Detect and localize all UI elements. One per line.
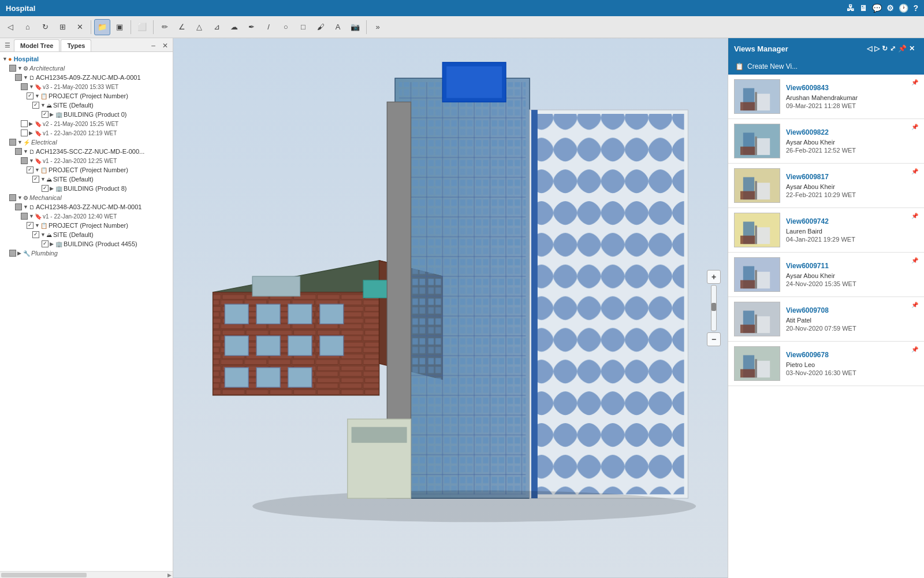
view-item-View6009742[interactable]: View6009742Lauren Baird04-Jan-2021 19:29… <box>728 208 924 253</box>
refresh-button[interactable]: ↻ <box>37 19 53 35</box>
view-item-View6009711[interactable]: View6009711Aysar Abou Kheir24-Nov-2020 1… <box>728 253 924 297</box>
tree-item-v2-arch[interactable]: ▶ 🔖 v2 - 21-May-2020 15:25 WET <box>0 119 173 128</box>
angle-button[interactable]: ∠ <box>174 19 190 35</box>
panel-icon[interactable]: ☰ <box>2 39 13 51</box>
text-button[interactable]: A <box>330 19 346 35</box>
network-icon[interactable]: 🖧 <box>847 3 855 13</box>
tree-checkbox-v2-arch[interactable] <box>21 120 28 127</box>
view-name-View6009708[interactable]: View6009708 <box>786 306 906 314</box>
folder-button[interactable]: 📁 <box>94 19 110 35</box>
views-back-icon[interactable]: ◁ <box>867 45 872 53</box>
tree-item-building-arch[interactable]: ▶ 🏢 BUILDING (Product 0) <box>0 110 173 119</box>
view-name-View6009711[interactable]: View6009711 <box>786 262 906 270</box>
tree-expand-site-elec[interactable]: ▼ <box>40 176 45 182</box>
tree-item-mechanical[interactable]: ▼ ⚙ Mechanical <box>0 193 173 202</box>
tree-expand-building-arch[interactable]: ▶ <box>50 112 54 117</box>
rect-button[interactable]: □ <box>295 19 311 35</box>
line-button[interactable]: / <box>260 19 277 35</box>
tree-expand-ach-arch[interactable]: ▼ <box>23 75 28 80</box>
view-pin-View6009678[interactable]: 📌 <box>911 346 918 353</box>
tree-expand-building-mech[interactable]: ▶ <box>50 241 54 247</box>
tree-expand-v3[interactable]: ▼ <box>29 84 33 90</box>
view-pin-View6009843[interactable]: 📌 <box>911 79 918 86</box>
tree-item-architectural[interactable]: ▼ ⚙ Architectural <box>0 64 173 73</box>
tree-expand-mech[interactable]: ▼ <box>17 195 22 201</box>
pen-button[interactable]: ✒ <box>243 19 259 35</box>
tree-item-project-elec[interactable]: ▼ 📋 PROJECT (Project Number) <box>0 165 173 175</box>
view-pin-View6009708[interactable]: 📌 <box>911 302 918 308</box>
triangle-button[interactable]: △ <box>191 19 207 35</box>
pencil-button[interactable]: ✏ <box>157 19 173 35</box>
tree-checkbox-v1-elec[interactable] <box>21 157 28 164</box>
tree-item-building-elec[interactable]: ▶ 🏢 BUILDING (Product 8) <box>0 184 173 193</box>
measure-button[interactable]: ⊿ <box>208 19 225 35</box>
tree-item-plumbing[interactable]: ▶ 🔧 Plumbing <box>0 249 173 258</box>
brush-button[interactable]: 🖌 <box>312 19 329 35</box>
settings-icon[interactable]: ⚙ <box>886 3 894 13</box>
tree-checkbox-v1-arch[interactable] <box>21 129 28 136</box>
tree-checkbox-project-elec[interactable] <box>27 166 33 173</box>
chat-icon[interactable]: 💬 <box>872 3 882 13</box>
tree-checkbox-site-elec[interactable] <box>32 176 39 183</box>
tree-item-ach-arch[interactable]: ▼ 🗋 ACH12345-A09-ZZ-NUC-MD-A-0001 <box>0 73 173 82</box>
tree-item-v1-elec[interactable]: ▼ 🔖 v1 - 22-Jan-2020 12:25 WET <box>0 156 173 165</box>
panel-close-button[interactable]: ✕ <box>160 40 170 51</box>
tree-checkbox-ach-mech[interactable] <box>15 203 22 210</box>
tree-checkbox-arch[interactable] <box>9 65 16 72</box>
tree-item-hospital[interactable]: ▼ ● Hospital <box>0 54 173 64</box>
tree-item-ach-mech[interactable]: ▼ 🗋 ACH12348-A03-ZZ-NUC-MD-M-0001 <box>0 202 173 212</box>
view-item-View6009708[interactable]: View6009708Atit Patel20-Nov-2020 07:59 W… <box>728 297 924 342</box>
tree-checkbox-building-arch[interactable] <box>42 111 49 118</box>
tree-expand-icon[interactable]: ▼ <box>2 56 7 62</box>
tree-checkbox-building-mech[interactable] <box>42 240 49 247</box>
tree-expand-plumb[interactable]: ▶ <box>17 250 22 256</box>
tree-checkbox-plumb[interactable] <box>9 250 16 257</box>
tree-item-site-mech[interactable]: ▼ ⛰ SITE (Default) <box>0 230 173 239</box>
tree-checkbox-site-arch[interactable] <box>32 102 39 109</box>
home-button[interactable]: ⌂ <box>20 19 36 35</box>
tree-expand-site-arch[interactable]: ▼ <box>40 102 45 108</box>
tab-types[interactable]: Types <box>61 39 91 51</box>
circle-button[interactable]: ○ <box>278 19 294 35</box>
tree-expand-ach-elec[interactable]: ▼ <box>23 149 28 154</box>
tree-checkbox-v1-mech[interactable] <box>21 213 28 220</box>
view-name-View6009843[interactable]: View6009843 <box>786 84 906 92</box>
views-resize-icon[interactable]: ⤢ <box>890 45 896 53</box>
tree-item-project-arch[interactable]: ▼ 📋 PROJECT (Project Number) <box>0 91 173 101</box>
zoom-slider[interactable] <box>711 285 717 331</box>
hierarchy-button[interactable]: ⊞ <box>54 19 70 35</box>
tree-expand-v2[interactable]: ▶ <box>29 121 33 127</box>
zoom-out-button[interactable]: − <box>707 332 721 346</box>
tree-expand-project-elec[interactable]: ▼ <box>35 167 39 173</box>
tree-item-site-arch[interactable]: ▼ ⛰ SITE (Default) <box>0 101 173 110</box>
tree-expand-building-elec[interactable]: ▶ <box>50 186 54 191</box>
tree-item-ach-elec[interactable]: ▼ 🗋 ACH12345-SCC-ZZ-NUC-MD-E-000... <box>0 147 173 156</box>
views-close-icon[interactable]: ✕ <box>909 45 915 53</box>
tree-hscrollbar[interactable]: ▶ <box>0 571 173 578</box>
settings-button[interactable]: ✕ <box>72 19 88 35</box>
tree-expand-arch[interactable]: ▼ <box>17 65 22 71</box>
views-refresh-icon[interactable]: ↻ <box>882 45 888 53</box>
back-button[interactable]: ◁ <box>2 19 18 35</box>
tree-expand-project-mech[interactable]: ▼ <box>35 223 39 228</box>
tree-item-v3-arch[interactable]: ▼ 🔖 v3 - 21-May-2020 15:33 WET <box>0 82 173 91</box>
view-name-View6009742[interactable]: View6009742 <box>786 217 906 225</box>
3d-viewport[interactable]: FRONT TOP <box>173 38 728 578</box>
tree-checkbox-project-mech[interactable] <box>27 222 33 229</box>
tree-checkbox-ach-elec[interactable] <box>15 148 22 155</box>
monitor-icon[interactable]: 🖥 <box>859 3 867 13</box>
tree-expand-site-mech[interactable]: ▼ <box>40 232 45 238</box>
tree-checkbox-site-mech[interactable] <box>32 231 39 238</box>
scroll-arrow-right[interactable]: ▶ <box>167 572 172 578</box>
tree-checkbox-project-arch[interactable] <box>27 92 33 99</box>
tree-item-v1-mech[interactable]: ▼ 🔖 v1 - 22-Jan-2020 12:40 WET <box>0 212 173 221</box>
zoom-in-button[interactable]: + <box>707 270 721 284</box>
cloud-button[interactable]: ☁ <box>226 19 242 35</box>
view-item-View6009678[interactable]: View6009678Pietro Leo03-Nov-2020 16:30 W… <box>728 342 924 386</box>
create-new-view-button[interactable]: 📋 Create New Vi... <box>728 59 924 75</box>
view-item-View6009822[interactable]: View6009822Aysar Abou Kheir26-Feb-2021 1… <box>728 119 924 164</box>
view-name-View6009822[interactable]: View6009822 <box>786 128 906 136</box>
camera-button[interactable]: 📷 <box>347 19 363 35</box>
tree-checkbox-elec[interactable] <box>9 139 16 146</box>
view-item-View6009817[interactable]: View6009817Aysar Abou Kheir22-Feb-2021 1… <box>728 164 924 208</box>
